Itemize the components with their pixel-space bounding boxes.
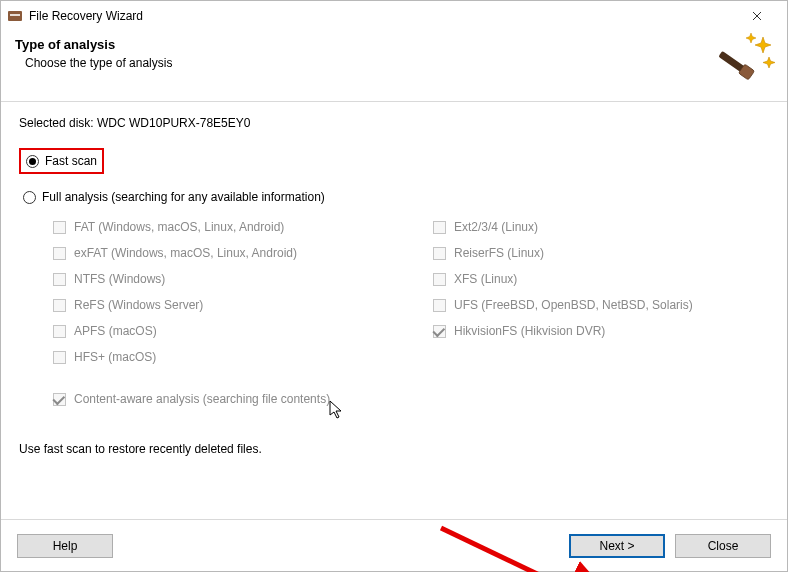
content-aware-label: Content-aware analysis (searching file c… (74, 392, 330, 406)
checkbox-fat[interactable]: FAT (Windows, macOS, Linux, Android) (53, 220, 433, 234)
fs-label: HFS+ (macOS) (74, 350, 156, 364)
page-subtitle: Choose the type of analysis (25, 56, 773, 70)
fs-label: ReFS (Windows Server) (74, 298, 203, 312)
header: Type of analysis Choose the type of anal… (1, 31, 787, 101)
footer: Help Next > Close (1, 519, 787, 571)
radio-fast-scan[interactable]: Fast scan (19, 148, 104, 174)
wizard-icon (717, 31, 777, 94)
svg-marker-2 (755, 37, 771, 53)
checkbox-icon (53, 393, 66, 406)
radio-full-analysis[interactable]: Full analysis (searching for any availab… (21, 188, 769, 206)
checkbox-icon (53, 273, 66, 286)
window-title: File Recovery Wizard (29, 9, 735, 23)
close-button[interactable] (735, 2, 779, 31)
checkbox-icon (53, 299, 66, 312)
checkbox-exfat[interactable]: exFAT (Windows, macOS, Linux, Android) (53, 246, 433, 260)
checkbox-reiserfs[interactable]: ReiserFS (Linux) (433, 246, 753, 260)
fs-label: NTFS (Windows) (74, 272, 165, 286)
checkbox-icon (53, 325, 66, 338)
close-icon (752, 11, 762, 21)
fs-label: HikvisionFS (Hikvision DVR) (454, 324, 605, 338)
wizard-window: File Recovery Wizard Type of analysis Ch… (0, 0, 788, 572)
filesystem-grid: FAT (Windows, macOS, Linux, Android) Ext… (53, 220, 769, 364)
checkbox-icon (433, 247, 446, 260)
hint-text: Use fast scan to restore recently delete… (19, 442, 769, 456)
fs-label: XFS (Linux) (454, 272, 517, 286)
checkbox-icon (53, 221, 66, 234)
next-button[interactable]: Next > (569, 534, 665, 558)
checkbox-icon (433, 299, 446, 312)
close-button-label: Close (708, 539, 739, 553)
titlebar: File Recovery Wizard (1, 1, 787, 31)
checkbox-icon (433, 325, 446, 338)
fs-label: FAT (Windows, macOS, Linux, Android) (74, 220, 284, 234)
checkbox-icon (433, 273, 446, 286)
radio-icon (26, 155, 39, 168)
svg-marker-3 (746, 33, 756, 43)
fs-label: UFS (FreeBSD, OpenBSD, NetBSD, Solaris) (454, 298, 693, 312)
fs-label: Ext2/3/4 (Linux) (454, 220, 538, 234)
page-heading: Type of analysis (15, 37, 773, 52)
radio-full-analysis-label: Full analysis (searching for any availab… (42, 190, 325, 204)
fs-label: exFAT (Windows, macOS, Linux, Android) (74, 246, 297, 260)
app-icon (7, 8, 23, 24)
help-button[interactable]: Help (17, 534, 113, 558)
checkbox-ntfs[interactable]: NTFS (Windows) (53, 272, 433, 286)
content-area: Selected disk: WDC WD10PURX-78E5EY0 Fast… (1, 102, 787, 519)
checkbox-ufs[interactable]: UFS (FreeBSD, OpenBSD, NetBSD, Solaris) (433, 298, 753, 312)
checkbox-ext[interactable]: Ext2/3/4 (Linux) (433, 220, 753, 234)
checkbox-xfs[interactable]: XFS (Linux) (433, 272, 753, 286)
radio-fast-scan-label: Fast scan (45, 154, 97, 168)
selected-disk-name: WDC WD10PURX-78E5EY0 (97, 116, 250, 130)
checkbox-icon (53, 247, 66, 260)
selected-disk-label: Selected disk: (19, 116, 97, 130)
checkbox-hikvisionfs[interactable]: HikvisionFS (Hikvision DVR) (433, 324, 753, 338)
checkbox-hfsplus[interactable]: HFS+ (macOS) (53, 350, 433, 364)
checkbox-icon (433, 221, 446, 234)
checkbox-refs[interactable]: ReFS (Windows Server) (53, 298, 433, 312)
radio-icon (23, 191, 36, 204)
help-button-label: Help (53, 539, 78, 553)
checkbox-apfs[interactable]: APFS (macOS) (53, 324, 433, 338)
svg-rect-1 (10, 14, 20, 16)
close-button-footer[interactable]: Close (675, 534, 771, 558)
svg-marker-4 (763, 57, 775, 68)
checkbox-content-aware[interactable]: Content-aware analysis (searching file c… (53, 392, 769, 406)
fs-label: APFS (macOS) (74, 324, 157, 338)
selected-disk-line: Selected disk: WDC WD10PURX-78E5EY0 (19, 116, 769, 130)
checkbox-icon (53, 351, 66, 364)
next-button-label: Next > (599, 539, 634, 553)
fs-label: ReiserFS (Linux) (454, 246, 544, 260)
